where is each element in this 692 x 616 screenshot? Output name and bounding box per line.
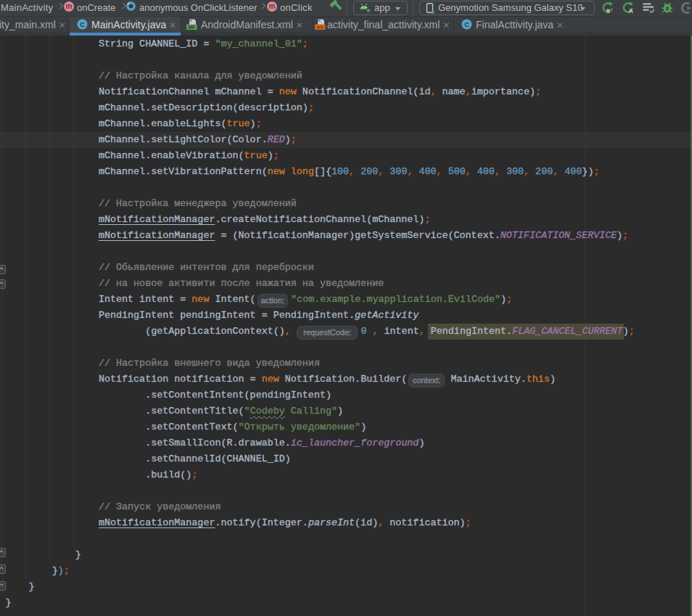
- svg-text:MF: MF: [188, 25, 196, 30]
- svg-text:<>: <>: [317, 25, 323, 30]
- svg-text:C: C: [464, 21, 469, 28]
- svg-text:C: C: [80, 21, 85, 28]
- svg-text:A: A: [628, 7, 633, 15]
